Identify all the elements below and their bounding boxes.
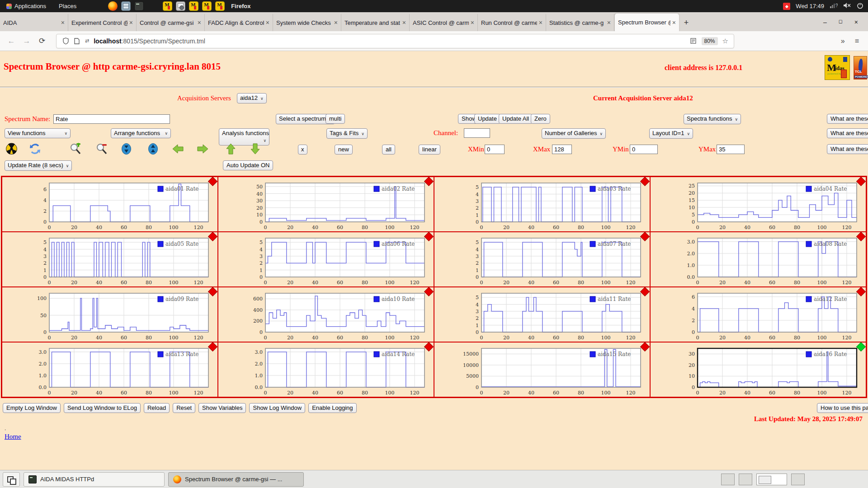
number-of-galleries-dropdown[interactable]: Number of Galleries∨ [542, 128, 606, 139]
ymin-input[interactable] [630, 145, 658, 154]
update-rate-dropdown[interactable]: Update Rate (8 secs)∨ [5, 160, 72, 171]
reload-button[interactable]: ⟳ [34, 36, 50, 46]
gallery-cell[interactable]: 0204060801001200200400600aida10 Rate [218, 287, 434, 342]
permissions-icon[interactable]: ⇄ [85, 38, 89, 44]
gallery-cell[interactable]: 020406080100120012345aida06 Rate [218, 232, 434, 287]
window-list-icon[interactable] [3, 472, 20, 487]
tab-close-icon[interactable]: × [61, 19, 65, 26]
places-menu[interactable]: Places [52, 3, 83, 9]
tags-fits-dropdown[interactable]: Tags & Fits∨ [326, 128, 368, 139]
pan-left-icon[interactable] [172, 143, 184, 155]
tab-close-icon[interactable]: × [471, 19, 474, 26]
all-button[interactable]: all [382, 145, 395, 155]
radiation-icon[interactable] [5, 143, 18, 155]
bookmark-star-icon[interactable]: ☆ [722, 37, 728, 45]
browser-tab[interactable]: Experiment Control @× [68, 14, 137, 31]
window-close-button[interactable]: × [854, 19, 858, 26]
browser-tab[interactable]: Spectrum Browser @× [614, 13, 679, 31]
log-button[interactable]: Show Variables [198, 403, 246, 413]
gallery-cell[interactable]: 0204060801001200246aida01 Rate [2, 177, 218, 232]
x-axis-button[interactable]: x [298, 145, 307, 155]
browser-tab[interactable]: ASIC Control @ carm× [410, 14, 478, 31]
applications-menu[interactable]: Applications [0, 3, 52, 9]
gallery-cell[interactable]: 020406080100120050100aida09 Rate [2, 287, 218, 342]
update-button[interactable]: Update [474, 114, 500, 124]
expand-y-icon[interactable] [147, 143, 159, 155]
zoom-level-badge[interactable]: 80% [702, 37, 718, 45]
reader-mode-icon[interactable] [690, 38, 696, 44]
gallery-cell[interactable]: 0204060801001200.01.02.03.0aida08 Rate [650, 232, 866, 287]
browser-tab[interactable]: Temperature and stat× [341, 14, 410, 31]
overflow-chevron-icon[interactable]: » [841, 37, 845, 45]
browser-tab[interactable]: FADC Align & Control× [205, 14, 273, 31]
channel-input[interactable] [464, 128, 490, 138]
home-link[interactable]: Home [5, 433, 21, 441]
window-minimize-button[interactable]: – [823, 19, 827, 26]
tab-close-icon[interactable]: × [607, 19, 611, 26]
refresh-icon[interactable] [29, 143, 41, 155]
tab-close-icon[interactable]: × [672, 19, 676, 26]
menu-icon[interactable]: ≡ [855, 37, 859, 45]
log-button[interactable]: Send Log Window to ELog [64, 403, 141, 413]
what-are-these-button[interactable]: What are these? [827, 144, 868, 154]
spectra-functions-dropdown[interactable]: Spectra functions∨ [684, 114, 741, 124]
pan-down-icon[interactable] [249, 143, 261, 155]
tab-close-icon[interactable]: × [402, 19, 406, 26]
gallery-cell[interactable]: 0204060801001200510152025aida04 Rate [650, 177, 866, 232]
window-restore-button[interactable]: ◻ [839, 19, 843, 26]
back-button[interactable]: ← [4, 37, 19, 46]
midas-icon[interactable] [215, 1, 225, 11]
ymax-input[interactable] [717, 145, 745, 154]
tab-close-icon[interactable]: × [266, 19, 269, 26]
log-button[interactable]: Empty Log Window [3, 403, 61, 413]
network-icon[interactable]: ? [830, 2, 838, 10]
screenshot-icon[interactable] [176, 1, 185, 11]
tcl-powered-logo[interactable]: TCLPOWERED [854, 56, 867, 80]
clock[interactable]: Wed 17:49 [796, 3, 824, 9]
view-functions-dropdown[interactable]: View functions∨ [5, 128, 71, 138]
gallery-cell[interactable]: 0204060801001200246aida12 Rate [650, 287, 866, 342]
files-icon[interactable] [121, 1, 131, 11]
zoom-out-icon[interactable] [95, 143, 108, 155]
what-are-these-button[interactable]: What are these? [827, 128, 868, 138]
gallery-cell[interactable]: 0204060801001200.01.02.03.0aida14 Rate [218, 342, 434, 397]
page-icon[interactable] [74, 38, 80, 44]
midas-icon[interactable] [189, 1, 198, 11]
tab-close-icon[interactable]: × [198, 19, 201, 26]
how-to-use-button[interactable]: How to use this page [817, 403, 868, 413]
new-button[interactable]: new [335, 145, 353, 155]
firefox-icon[interactable] [108, 1, 118, 11]
workspace-cell[interactable] [721, 474, 735, 485]
arrange-functions-dropdown[interactable]: Arrange functions∨ [111, 128, 171, 138]
pan-up-icon[interactable] [225, 143, 237, 155]
log-button[interactable]: Reload [144, 403, 170, 413]
zoom-in-icon[interactable] [69, 143, 81, 155]
xmax-input[interactable] [552, 145, 572, 154]
workspace-cell[interactable] [739, 474, 752, 485]
log-button[interactable]: Enable Logging [308, 403, 356, 413]
gallery-cell[interactable]: 020406080100120012345aida11 Rate [434, 287, 650, 342]
gallery-cell[interactable]: 020406080100120050001000015000aida15 Rat… [434, 342, 650, 397]
what-are-these-button[interactable]: What are these? [827, 114, 868, 124]
gallery-cell[interactable]: 0204060801001200.01.02.03.0aida13 Rate [2, 342, 218, 397]
volume-muted-icon[interactable] [843, 2, 851, 10]
address-bar[interactable]: ⇄ localhost:8015/Spectrum/Spectrum.tml 8… [56, 34, 734, 48]
workspace-cell-active[interactable] [756, 474, 787, 485]
auto-update-button[interactable]: Auto Update ON [223, 160, 273, 170]
power-icon[interactable] [857, 2, 863, 10]
browser-tab[interactable]: Run Control @ carme× [478, 14, 546, 31]
new-tab-button[interactable]: + [679, 18, 693, 31]
browser-tab[interactable]: Control @ carme-gsi× [137, 14, 205, 31]
workspace-cell[interactable] [791, 474, 805, 485]
midas-logo[interactable]: Midaspowered by [825, 55, 850, 80]
browser-tab[interactable]: System wide Checks (× [273, 14, 341, 31]
update-all-button[interactable]: Update All [499, 114, 533, 124]
tab-close-icon[interactable]: × [334, 19, 338, 26]
taskbar-window-spectrum-browser[interactable]: Spectrum Browser @ carme-gsi — ... [168, 472, 304, 487]
url-text[interactable]: localhost:8015/Spectrum/Spectrum.tml [94, 38, 687, 45]
forward-button[interactable]: → [19, 37, 34, 46]
log-button[interactable]: Show Log Window [249, 403, 305, 413]
shield-icon[interactable] [63, 38, 69, 44]
zero-button[interactable]: Zero [531, 114, 550, 124]
terminal-icon[interactable] [134, 1, 144, 11]
